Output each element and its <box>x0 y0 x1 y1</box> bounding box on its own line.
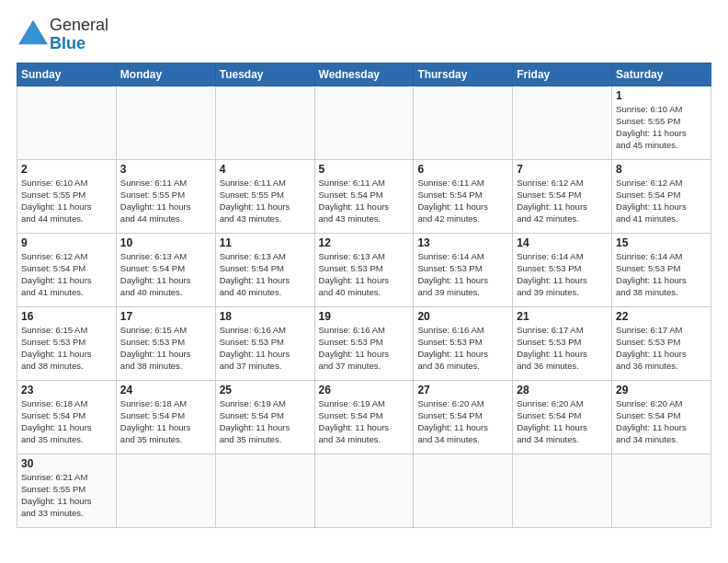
day-info: Sunrise: 6:13 AMSunset: 5:54 PMDaylight:… <box>220 250 311 299</box>
logo-blue: Blue <box>50 34 85 52</box>
sunset-text: Sunset: 5:53 PM <box>319 336 410 348</box>
daylight-text-2: and 35 minutes. <box>120 433 211 445</box>
sunrise-text: Sunrise: 6:12 AM <box>517 177 608 189</box>
daylight-text-2: and 37 minutes. <box>319 360 410 372</box>
calendar-cell <box>513 86 612 159</box>
logo-icon <box>17 18 50 46</box>
daylight-text-1: Daylight: 11 hours <box>220 201 311 213</box>
day-info: Sunrise: 6:19 AMSunset: 5:54 PMDaylight:… <box>319 397 410 446</box>
calendar-cell: 28Sunrise: 6:20 AMSunset: 5:54 PMDayligh… <box>513 380 612 454</box>
daylight-text-1: Daylight: 11 hours <box>417 274 508 286</box>
day-info: Sunrise: 6:20 AMSunset: 5:54 PMDaylight:… <box>616 397 707 446</box>
sunset-text: Sunset: 5:54 PM <box>21 409 112 421</box>
day-info: Sunrise: 6:12 AMSunset: 5:54 PMDaylight:… <box>517 177 608 225</box>
daylight-text-2: and 36 minutes. <box>616 360 707 372</box>
sunrise-text: Sunrise: 6:14 AM <box>616 250 707 262</box>
daylight-text-2: and 40 minutes. <box>120 286 211 298</box>
sunrise-text: Sunrise: 6:15 AM <box>120 324 211 336</box>
calendar-cell: 11Sunrise: 6:13 AMSunset: 5:54 PMDayligh… <box>215 233 314 306</box>
sunrise-text: Sunrise: 6:10 AM <box>21 177 112 189</box>
sunrise-text: Sunrise: 6:12 AM <box>21 250 112 262</box>
sunset-text: Sunset: 5:54 PM <box>21 262 112 274</box>
daylight-text-1: Daylight: 11 hours <box>220 348 311 360</box>
sunset-text: Sunset: 5:55 PM <box>21 483 112 495</box>
daylight-text-2: and 36 minutes. <box>517 360 608 372</box>
calendar-cell: 13Sunrise: 6:14 AMSunset: 5:53 PMDayligh… <box>414 233 513 306</box>
day-info: Sunrise: 6:16 AMSunset: 5:53 PMDaylight:… <box>220 324 311 373</box>
calendar-cell: 15Sunrise: 6:14 AMSunset: 5:53 PMDayligh… <box>612 233 711 306</box>
sunset-text: Sunset: 5:53 PM <box>120 336 211 348</box>
daylight-text-1: Daylight: 11 hours <box>417 348 508 360</box>
daylight-text-1: Daylight: 11 hours <box>417 421 508 433</box>
daylight-text-1: Daylight: 11 hours <box>517 348 608 360</box>
sunset-text: Sunset: 5:55 PM <box>616 115 707 127</box>
sunrise-text: Sunrise: 6:13 AM <box>120 250 211 262</box>
sunset-text: Sunset: 5:54 PM <box>517 189 608 201</box>
calendar-cell <box>612 454 711 527</box>
weekday-header-sunday: Sunday <box>17 63 117 86</box>
sunrise-text: Sunrise: 6:18 AM <box>21 397 112 409</box>
sunset-text: Sunset: 5:53 PM <box>319 262 410 274</box>
sunrise-text: Sunrise: 6:16 AM <box>319 324 410 336</box>
daylight-text-1: Daylight: 11 hours <box>120 348 211 360</box>
day-info: Sunrise: 6:12 AMSunset: 5:54 PMDaylight:… <box>616 177 707 225</box>
sunset-text: Sunset: 5:53 PM <box>417 262 508 274</box>
sunrise-text: Sunrise: 6:17 AM <box>517 324 608 336</box>
day-info: Sunrise: 6:16 AMSunset: 5:53 PMDaylight:… <box>417 324 508 373</box>
day-number: 15 <box>616 236 707 249</box>
day-number: 10 <box>120 236 211 249</box>
day-info: Sunrise: 6:14 AMSunset: 5:53 PMDaylight:… <box>417 250 508 299</box>
day-number: 29 <box>616 384 707 396</box>
sunset-text: Sunset: 5:54 PM <box>517 409 608 421</box>
day-number: 13 <box>417 236 508 249</box>
day-info: Sunrise: 6:12 AMSunset: 5:54 PMDaylight:… <box>21 250 112 299</box>
day-number: 14 <box>517 236 608 249</box>
day-number: 20 <box>417 310 508 323</box>
sunrise-text: Sunrise: 6:13 AM <box>220 250 311 262</box>
day-info: Sunrise: 6:18 AMSunset: 5:54 PMDaylight:… <box>21 397 112 446</box>
day-info: Sunrise: 6:10 AMSunset: 5:55 PMDaylight:… <box>21 177 112 225</box>
sunrise-text: Sunrise: 6:16 AM <box>220 324 311 336</box>
calendar-cell: 4Sunrise: 6:11 AMSunset: 5:55 PMDaylight… <box>215 159 314 233</box>
calendar-cell: 24Sunrise: 6:18 AMSunset: 5:54 PMDayligh… <box>116 380 215 454</box>
day-number: 26 <box>319 384 410 396</box>
sunset-text: Sunset: 5:53 PM <box>517 262 608 274</box>
logo-text: General Blue <box>50 17 108 53</box>
calendar-cell: 8Sunrise: 6:12 AMSunset: 5:54 PMDaylight… <box>612 159 711 233</box>
sunrise-text: Sunrise: 6:17 AM <box>616 324 707 336</box>
daylight-text-1: Daylight: 11 hours <box>21 348 112 360</box>
day-info: Sunrise: 6:19 AMSunset: 5:54 PMDaylight:… <box>220 397 311 446</box>
calendar-cell: 1Sunrise: 6:10 AMSunset: 5:55 PMDaylight… <box>612 86 711 159</box>
daylight-text-2: and 34 minutes. <box>319 433 410 445</box>
day-info: Sunrise: 6:20 AMSunset: 5:54 PMDaylight:… <box>517 397 608 446</box>
calendar-cell: 19Sunrise: 6:16 AMSunset: 5:53 PMDayligh… <box>314 306 414 380</box>
day-number: 25 <box>220 384 311 396</box>
daylight-text-2: and 41 minutes. <box>616 213 707 224</box>
sunrise-text: Sunrise: 6:10 AM <box>616 103 707 115</box>
sunset-text: Sunset: 5:53 PM <box>616 336 707 348</box>
sunset-text: Sunset: 5:54 PM <box>616 409 707 421</box>
day-number: 28 <box>517 384 608 396</box>
day-number: 2 <box>21 163 112 176</box>
sunrise-text: Sunrise: 6:20 AM <box>417 397 508 409</box>
sunset-text: Sunset: 5:54 PM <box>120 409 211 421</box>
daylight-text-2: and 36 minutes. <box>417 360 508 372</box>
daylight-text-1: Daylight: 11 hours <box>21 421 112 433</box>
day-number: 19 <box>319 310 410 323</box>
day-number: 4 <box>220 163 311 176</box>
calendar-cell: 5Sunrise: 6:11 AMSunset: 5:54 PMDaylight… <box>314 159 414 233</box>
calendar-cell: 30Sunrise: 6:21 AMSunset: 5:55 PMDayligh… <box>17 454 117 527</box>
daylight-text-2: and 40 minutes. <box>319 286 410 298</box>
sunrise-text: Sunrise: 6:16 AM <box>417 324 508 336</box>
daylight-text-2: and 41 minutes. <box>21 286 112 298</box>
day-number: 7 <box>517 163 608 176</box>
sunset-text: Sunset: 5:54 PM <box>220 409 311 421</box>
day-info: Sunrise: 6:17 AMSunset: 5:53 PMDaylight:… <box>517 324 608 373</box>
sunrise-text: Sunrise: 6:18 AM <box>120 397 211 409</box>
calendar-cell: 14Sunrise: 6:14 AMSunset: 5:53 PMDayligh… <box>513 233 612 306</box>
daylight-text-2: and 42 minutes. <box>517 213 608 224</box>
daylight-text-1: Daylight: 11 hours <box>120 201 211 213</box>
daylight-text-1: Daylight: 11 hours <box>517 274 608 286</box>
daylight-text-2: and 38 minutes. <box>21 360 112 372</box>
day-number: 27 <box>417 384 508 396</box>
